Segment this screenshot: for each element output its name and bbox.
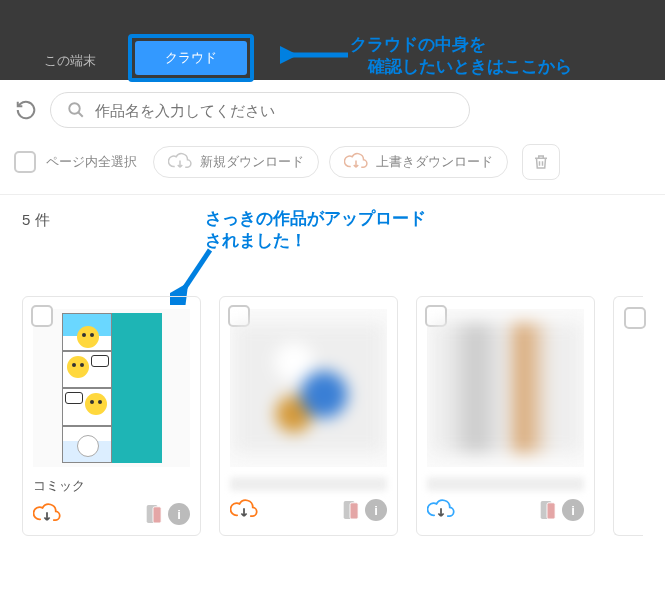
- cloud-download-icon[interactable]: [230, 499, 258, 521]
- cloud-overwrite-icon: [344, 152, 368, 172]
- select-all-label: ページ内全選択: [46, 153, 137, 171]
- device-icon[interactable]: [538, 500, 556, 520]
- trash-icon: [532, 153, 550, 171]
- search-icon: [67, 101, 85, 119]
- card-actions: i: [427, 499, 584, 521]
- device-icon[interactable]: [144, 504, 162, 524]
- svg-point-1: [69, 103, 80, 114]
- card-title: [427, 477, 584, 491]
- svg-line-2: [78, 112, 83, 117]
- select-all-checkbox[interactable]: [14, 151, 36, 173]
- new-download-label: 新規ダウンロード: [200, 153, 304, 171]
- cloud-download-icon[interactable]: [427, 499, 455, 521]
- search-input[interactable]: [95, 102, 453, 119]
- info-button[interactable]: i: [168, 503, 190, 525]
- work-card[interactable]: コミック i: [22, 296, 201, 536]
- overwrite-download-label: 上書きダウンロード: [376, 153, 493, 171]
- card-actions: i: [230, 499, 387, 521]
- tab-cloud-highlight: クラウド: [128, 34, 254, 82]
- device-icon[interactable]: [341, 500, 359, 520]
- delete-button[interactable]: [522, 144, 560, 180]
- search-box[interactable]: [50, 92, 470, 128]
- card-actions: i: [33, 503, 190, 525]
- work-card[interactable]: [613, 296, 643, 536]
- svg-rect-7: [350, 503, 358, 519]
- window-chrome: [0, 0, 665, 30]
- card-thumbnail: [33, 309, 190, 467]
- info-button[interactable]: i: [562, 499, 584, 521]
- card-thumbnail: [230, 309, 387, 467]
- result-count-row: 5 件: [0, 195, 665, 246]
- cloud-download-icon[interactable]: [33, 503, 61, 525]
- card-thumbnail: [427, 309, 584, 467]
- toolbar-actions-row: ページ内全選択 新規ダウンロード 上書きダウンロード: [0, 140, 665, 195]
- card-title: コミック: [33, 477, 190, 495]
- card-checkbox[interactable]: [624, 307, 646, 329]
- card-grid: コミック i i: [0, 246, 665, 536]
- info-button[interactable]: i: [365, 499, 387, 521]
- svg-rect-5: [153, 507, 161, 523]
- tab-cloud[interactable]: クラウド: [135, 41, 247, 75]
- card-checkbox[interactable]: [31, 305, 53, 327]
- tab-device[interactable]: この端末: [20, 42, 120, 80]
- refresh-button[interactable]: [14, 98, 38, 122]
- card-title: [230, 477, 387, 491]
- overwrite-download-button[interactable]: 上書きダウンロード: [329, 146, 508, 178]
- toolbar-search-row: [0, 80, 665, 140]
- new-download-button[interactable]: 新規ダウンロード: [153, 146, 319, 178]
- work-card[interactable]: i: [219, 296, 398, 536]
- result-count: 5 件: [22, 211, 50, 228]
- cloud-download-icon: [168, 152, 192, 172]
- svg-rect-9: [547, 503, 555, 519]
- tab-bar: この端末 クラウド: [0, 30, 665, 80]
- work-card[interactable]: i: [416, 296, 595, 536]
